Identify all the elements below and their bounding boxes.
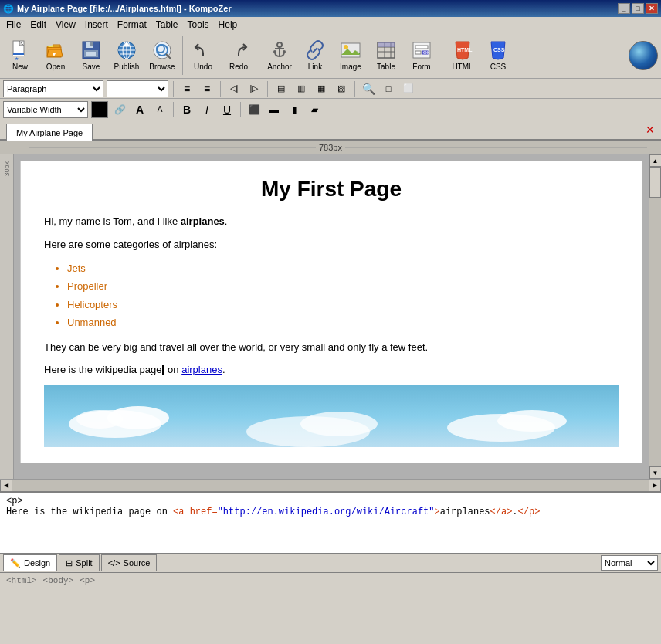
outdent-button[interactable]: ◁| [225, 80, 242, 97]
wikipedia-link[interactable]: airplanes [181, 364, 222, 375]
design-tab-label: Design [24, 558, 50, 568]
paragraph-4: Here is the wikipedia page on airplanes. [44, 362, 619, 378]
source-tag-open: <p> [6, 496, 23, 507]
form-label: Form [412, 63, 430, 71]
align-left-button[interactable]: ⬛ [246, 101, 263, 118]
link-label: Link [308, 63, 322, 71]
tab-close-button[interactable]: ✕ [642, 124, 658, 136]
format-sep-3 [267, 81, 268, 97]
scroll-left-button[interactable]: ◀ [0, 480, 12, 492]
page-tab[interactable]: My Airplane Page [6, 124, 93, 141]
source-area[interactable]: <p> Here is the wikipedia page on <a hre… [0, 491, 661, 553]
menu-edit[interactable]: Edit [25, 18, 51, 32]
image-button[interactable]: Image [334, 35, 368, 76]
anchor-button[interactable]: Anchor [263, 35, 297, 76]
text-sep-2 [240, 102, 241, 117]
split-tab[interactable]: ⊟ Split [59, 554, 99, 571]
underline-button[interactable]: U [219, 101, 236, 118]
svg-point-33 [344, 45, 348, 49]
horizontal-scrollbar[interactable]: ◀ ▶ [0, 479, 661, 491]
scroll-track[interactable] [649, 167, 661, 466]
table-button[interactable]: Table [369, 35, 403, 76]
design-tab[interactable]: ✏️ Design [3, 554, 57, 571]
block-right-button[interactable]: ▦ [313, 80, 330, 97]
block-justify-button[interactable]: ▧ [333, 80, 350, 97]
menu-table[interactable]: Table [151, 18, 183, 32]
status-bar: <html> <body> <p> [0, 573, 661, 588]
width-select[interactable]: Variable Width Fixed Width [3, 101, 88, 118]
unordered-list-button[interactable]: ≡ [178, 80, 195, 97]
increase-font-button[interactable]: A [131, 101, 148, 118]
text-toolbar: Variable Width Fixed Width 🔗 A A B I U ⬛… [0, 99, 661, 120]
scroll-down-button[interactable]: ▼ [649, 466, 662, 479]
menu-help[interactable]: Help [214, 18, 242, 32]
block-center-button[interactable]: ▥ [293, 80, 310, 97]
list-item-jets: Jets [67, 259, 619, 277]
menu-file[interactable]: File [2, 18, 25, 32]
close-button[interactable]: ✕ [646, 3, 658, 14]
airplane-list: Jets Propeller Helicopters Unmanned [67, 259, 619, 332]
svg-text:▼: ▼ [51, 51, 57, 58]
menu-insert[interactable]: Insert [80, 18, 113, 32]
save-button[interactable]: Save [74, 35, 108, 76]
publish-button[interactable]: Publish [110, 35, 144, 76]
form-button[interactable]: OK Form [405, 35, 439, 76]
extra-btn-2[interactable]: □ [380, 80, 397, 97]
paragraph-3: They can be very big and travel all over… [44, 340, 619, 355]
decrease-font-button[interactable]: A [151, 101, 168, 118]
browse-button[interactable]: Browse [145, 35, 179, 76]
align-center-button[interactable]: ▬ [266, 101, 283, 118]
chain-icon[interactable]: 🔗 [111, 101, 128, 118]
align-justify-button[interactable]: ▰ [306, 101, 323, 118]
undo-button[interactable]: Undo [186, 35, 220, 76]
format-sep-1 [173, 81, 174, 97]
paragraph-style-select[interactable]: Paragraph Heading 1 Heading 2 Heading 3 [3, 80, 103, 97]
browse-icon [151, 39, 173, 61]
open-button[interactable]: ▼ Open [39, 35, 73, 76]
html-button[interactable]: HTML HTML [446, 35, 480, 76]
save-icon [80, 39, 102, 61]
svg-rect-2 [13, 53, 24, 55]
p4-before: Here is the wikipedia page [44, 364, 161, 375]
maximize-button[interactable]: □ [632, 3, 644, 14]
scroll-thumb[interactable] [649, 167, 661, 198]
render-mode-select[interactable]: Normal Firefox 1.5 IE6 [601, 555, 658, 571]
align-right-button[interactable]: ▮ [286, 101, 303, 118]
link-button[interactable]: Link [298, 35, 332, 76]
block-left-button[interactable]: ▤ [273, 80, 290, 97]
title-bar-controls: _ □ ✕ [618, 3, 658, 14]
css-button[interactable]: CSS CSS [481, 35, 515, 76]
menu-tools[interactable]: Tools [183, 18, 214, 32]
split-tab-label: Split [76, 558, 92, 568]
svg-text:HTML: HTML [457, 47, 473, 53]
indent-button[interactable]: |▷ [246, 80, 263, 97]
page-heading: My First Page [44, 177, 619, 202]
scroll-up-button[interactable]: ▲ [649, 154, 662, 167]
editor-content[interactable]: My First Page Hi, my name is Tom, and I … [14, 154, 649, 479]
split-icon: ⊟ [66, 558, 73, 568]
new-button[interactable]: ★ New [3, 35, 37, 76]
color-button[interactable] [91, 101, 108, 118]
sky-image [44, 385, 619, 447]
globe-button[interactable] [629, 41, 658, 70]
toolbar-sep-3 [442, 36, 442, 75]
menu-view[interactable]: View [51, 18, 80, 32]
svg-point-30 [283, 50, 286, 53]
scroll-track-h[interactable] [12, 480, 649, 491]
bold-button[interactable]: B [178, 101, 195, 118]
ordered-list-button[interactable]: ≡ [198, 80, 215, 97]
extra-btn-1[interactable]: 🔍 [360, 80, 377, 97]
image-icon [340, 39, 361, 61]
editor-inner[interactable]: My First Page Hi, my name is Tom, and I … [20, 161, 642, 463]
open-label: Open [46, 63, 65, 71]
vertical-scrollbar[interactable]: ▲ ▼ [649, 154, 661, 479]
italic-button[interactable]: I [198, 101, 215, 118]
redo-button[interactable]: Redo [222, 35, 256, 76]
menu-format[interactable]: Format [113, 18, 151, 32]
extra-btn-3[interactable]: ⬜ [400, 80, 417, 97]
minimize-button[interactable]: _ [618, 3, 630, 14]
source-tab[interactable]: </> Source [101, 554, 158, 571]
css-style-select[interactable]: -- Default [107, 80, 168, 97]
scroll-right-button[interactable]: ▶ [649, 480, 661, 492]
svg-rect-43 [415, 46, 428, 49]
